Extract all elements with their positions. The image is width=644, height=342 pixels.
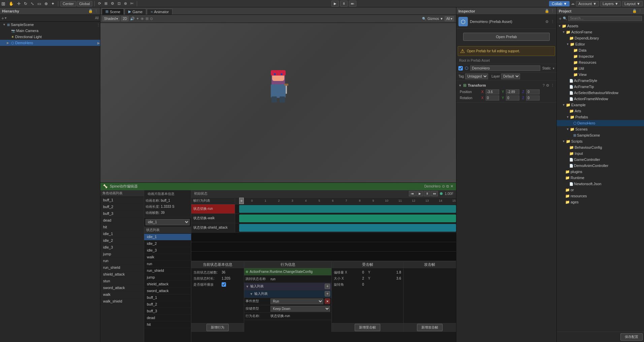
state-item-hit[interactable]: hit — [144, 321, 191, 328]
anim-item-walk[interactable]: walk — [100, 291, 144, 298]
spine-target-icon[interactable]: ⊙ — [442, 184, 445, 189]
tab-game[interactable]: ▶ Game — [125, 8, 146, 15]
state-item-idle2[interactable]: idle_2 — [144, 240, 191, 247]
static-dropdown-icon[interactable]: ▾ — [553, 66, 554, 70]
center-btn[interactable]: Center — [60, 1, 76, 6]
hierarchy-search-icon[interactable]: ▾ — [5, 16, 7, 20]
tree-plugins[interactable]: ▶ 📁 plugins — [557, 169, 644, 175]
zoom-dropdown[interactable]: 2D — [121, 16, 129, 21]
tl-back-btn[interactable]: ⏮ — [409, 191, 416, 196]
hierarchy-item-maincamera[interactable]: 📷 Main Camera — [0, 28, 100, 34]
scene-view[interactable] — [100, 23, 456, 182]
add-project-icon[interactable]: + — [559, 16, 561, 21]
step-button[interactable]: ⏭ — [349, 1, 356, 7]
tree-prefabs[interactable]: ▼ 📁 Prefabs — [557, 114, 644, 120]
state-dropdown[interactable]: idle_1 — [146, 219, 190, 225]
gameobject-name-input[interactable] — [470, 65, 540, 71]
tree-or[interactable]: ▶ 📁 or — [557, 187, 644, 193]
scene-effect-icon[interactable]: ✦ — [136, 17, 139, 21]
tree-runtime[interactable]: ▶ 📁 Runtime — [557, 175, 644, 181]
tree-samplescene-file[interactable]: ▶ ⊞ SampleScene — [557, 132, 644, 138]
scene-hidden-icon[interactable]: 👁 — [140, 17, 144, 21]
anim-item-idle1[interactable]: idle_1 — [100, 231, 144, 237]
tool-custom[interactable]: ✦ — [50, 1, 56, 7]
project-more-icon[interactable]: ⋮ — [638, 9, 642, 13]
rot-z-input[interactable] — [526, 95, 540, 101]
tree-assets[interactable]: ▼ 📁 Assets — [557, 23, 644, 29]
layers-button[interactable]: Layers ▼ — [600, 1, 621, 6]
timeline-row-walk[interactable]: 状态切换-walk — [191, 214, 456, 223]
tree-example[interactable]: ▼ 📁 Example — [557, 102, 644, 108]
tree-ages[interactable]: ▶ 📁 ages — [557, 199, 644, 205]
settings-icon[interactable]: ⚙ — [109, 1, 116, 6]
state-item-buff2[interactable]: buff_2 — [144, 301, 191, 308]
rot-y-input[interactable] — [506, 95, 519, 101]
layout-button[interactable]: Layout ▼ — [622, 1, 643, 6]
tree-gamecontroller[interactable]: ▶ 📄 GameController — [557, 156, 644, 163]
anim-item-runshield[interactable]: run_shield — [100, 264, 144, 271]
tree-actionframe[interactable]: ▼ 📁 ActionFrame — [557, 29, 644, 35]
tl-play-btn[interactable]: ▶ — [416, 191, 423, 196]
tree-newtonsoft[interactable]: ▶ 📄 Newtonsoft.Json — [557, 181, 644, 187]
tree-inspector-folder[interactable]: ▶ 📁 Inspector — [557, 53, 644, 59]
tree-input[interactable]: ▶ 📁 Input — [557, 150, 644, 156]
pause-button[interactable]: ⏸ — [340, 1, 348, 7]
tree-acframestyle[interactable]: ▶ 📄 AcFrameStyle — [557, 78, 644, 84]
tree-demoanimcontroller[interactable]: ▶ 📄 DemoAnimController — [557, 163, 644, 169]
add-attack-btn[interactable]: 新增攻击帧 — [417, 324, 443, 331]
tree-resources2[interactable]: ▶ 📁 resources — [557, 193, 644, 199]
tree-editor[interactable]: ▼ 📁 Editor — [557, 41, 644, 47]
anim-item-shieldattack[interactable]: shield_attack — [100, 271, 144, 278]
state-item-idle3[interactable]: idle_3 — [144, 247, 191, 254]
tree-scripts[interactable]: ▼ 📁 Scripts — [557, 138, 644, 144]
state-item-runshield[interactable]: run_shield — [144, 267, 191, 274]
anim-item-buff3[interactable]: buff_3 — [100, 210, 144, 217]
tl-content-run[interactable] — [235, 204, 456, 213]
timeline-row-shieldattack[interactable]: 状态切换-shield_attack — [191, 223, 456, 233]
playhead-indicator[interactable]: 0 — [239, 198, 244, 204]
transform-section-header[interactable]: ▼ ⊞ Transform ? ⚙ ⋮ — [458, 82, 554, 89]
snap-icon[interactable]: ⟳ — [97, 1, 102, 6]
play-button[interactable]: ▶ — [331, 1, 339, 7]
anim-item-swordattack[interactable]: sword_attack — [100, 285, 144, 291]
account-button[interactable]: Account ▼ — [576, 1, 599, 6]
collab-button[interactable]: Collab ▼ — [549, 1, 570, 6]
anim-item-buff2[interactable]: buff_2 — [100, 204, 144, 210]
save-config-btn[interactable]: 保存配置 — [620, 333, 643, 341]
tl-content-shieldattack[interactable] — [235, 223, 456, 232]
spine-close-icon[interactable]: ✕ — [450, 184, 453, 189]
state-item-buff3[interactable]: buff_3 — [144, 308, 191, 315]
hierarchy-more-icon[interactable]: ⋮ — [94, 9, 98, 13]
grid-icon[interactable]: ⊞ — [103, 1, 109, 6]
inspector-lock-icon[interactable]: 🔒 — [545, 9, 549, 13]
tree-actionframewindow[interactable]: ▶ 📄 ActionFrameWindow — [557, 96, 644, 102]
tree-acselectbhv[interactable]: ▶ 📄 AcSelectBehaviourWindow — [557, 90, 644, 96]
tree-demohero-prefab[interactable]: ▶ ⬡ DemoHero — [557, 120, 644, 126]
loop-checkbox[interactable] — [222, 282, 226, 287]
add-hierarchy-icon[interactable]: + — [1, 16, 4, 21]
pos-x-input[interactable] — [486, 89, 499, 94]
scene-options-icon[interactable]: ⋮ — [97, 23, 100, 27]
tab-scene[interactable]: ⊞ Scene — [102, 8, 124, 15]
project-lock-icon[interactable]: 🔒 — [632, 9, 637, 13]
tree-view[interactable]: ▶ 📁 View — [557, 72, 644, 78]
tree-dependlib[interactable]: ▶ 📁 DependLibrary — [557, 35, 644, 41]
hierarchy-item-demohero[interactable]: ▶ ⬡ DemoHero ▶ — [0, 40, 100, 46]
anim-item-walkshield[interactable]: walk_shield — [100, 298, 144, 305]
state-item-idle1[interactable]: idle_1 — [144, 234, 191, 240]
tl-content-walk[interactable] — [235, 214, 456, 223]
open-prefab-btn[interactable]: Open Prefab — [463, 33, 550, 41]
rot-x-input[interactable] — [486, 95, 499, 101]
hierarchy-item-samplescene[interactable]: ▼ ⊞ SampleScene ⋮ — [0, 22, 100, 28]
hierarchy-lock-icon[interactable]: 🔒 — [88, 9, 93, 13]
hierarchy-item-dirlight[interactable]: ☀ Directional Light — [0, 34, 100, 40]
shaded-dropdown[interactable]: Shaded ▾ — [102, 16, 120, 21]
tree-bhvconfig[interactable]: ▶ 📁 BehaviourConfig — [557, 144, 644, 150]
transform-more3-icon[interactable]: ⋮ — [551, 83, 554, 88]
tl-pause-btn[interactable]: ⏸ — [424, 191, 430, 196]
tree-util[interactable]: ▶ 📁 Util — [557, 65, 644, 72]
tl-forward-btn[interactable]: ⏭ — [431, 191, 438, 196]
anim-item-dead[interactable]: dead — [100, 217, 144, 224]
tool-hand[interactable]: ✋ — [7, 1, 15, 7]
inspector-more2-icon[interactable]: ⋮ — [551, 20, 554, 24]
